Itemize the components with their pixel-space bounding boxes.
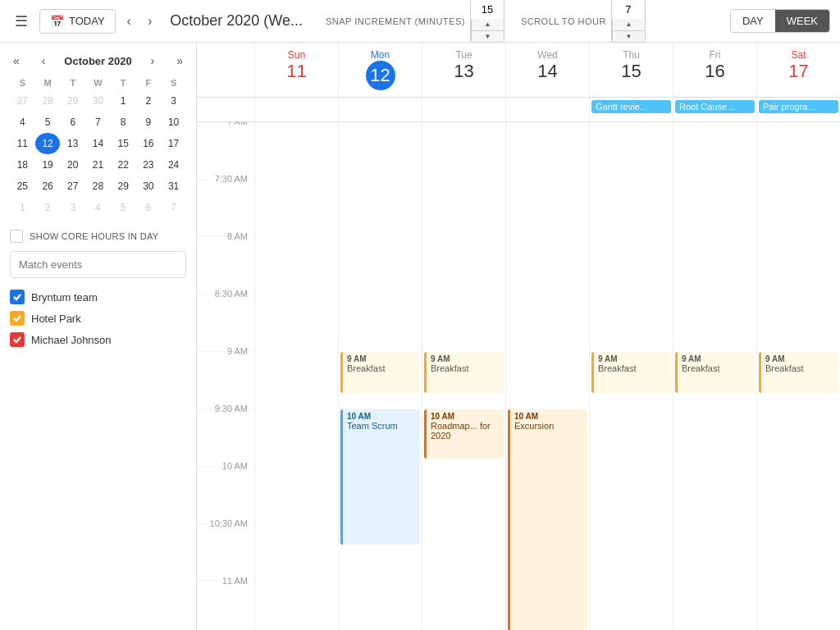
weekday-header-sat: S — [161, 75, 186, 90]
mini-cal-day[interactable]: 13 — [60, 133, 85, 154]
mini-cal-next[interactable]: › — [148, 52, 158, 69]
mini-cal-day[interactable]: 28 — [85, 176, 111, 197]
bryntum-checkbox[interactable] — [10, 290, 25, 304]
mini-cal-day[interactable]: 14 — [85, 133, 111, 154]
mini-cal-day[interactable]: 22 — [111, 154, 136, 176]
mini-cal-day[interactable]: 31 — [161, 176, 186, 197]
prev-button[interactable]: ‹ — [122, 11, 136, 32]
mini-cal-day[interactable]: 30 — [136, 176, 162, 197]
mini-cal-day[interactable]: 1 — [111, 90, 136, 112]
mini-cal-day[interactable]: 27 — [60, 176, 85, 197]
event-sat-breakfast[interactable]: 9 AM Breakfast — [759, 352, 838, 393]
weekday-header-sun: S — [10, 75, 35, 90]
allday-event-pair[interactable]: Pair progra... — [759, 100, 838, 113]
mini-cal-day[interactable]: 4 — [10, 112, 35, 133]
scroll-spinner[interactable]: ▲ ▼ — [611, 0, 646, 43]
day-column-fri: 9 AM Breakfast 2 PM Lunch — [673, 122, 756, 630]
time-label: 9 AM — [227, 346, 248, 356]
snap-value[interactable] — [471, 0, 504, 19]
event-tue-roadmap[interactable]: 10 AM Roadmap... for 2020 — [424, 409, 504, 459]
day-header-thu: Thu 15 — [589, 43, 673, 97]
mini-cal-day[interactable]: 20 — [60, 154, 85, 176]
mini-cal-next-next[interactable]: » — [173, 52, 186, 69]
mini-cal-day[interactable]: 15 — [111, 133, 136, 154]
mini-cal-day[interactable]: 11 — [10, 133, 35, 154]
mini-cal-day[interactable]: 27 — [10, 90, 35, 112]
mini-cal-day[interactable]: 5 — [35, 112, 61, 133]
scroll-value[interactable] — [612, 0, 645, 19]
mini-cal-prev-prev[interactable]: « — [10, 52, 23, 69]
mini-cal-day[interactable]: 29 — [111, 176, 136, 197]
day-column-mon: 9 AM Breakfast 10 AM Team Scrum 12 PM Sc… — [338, 122, 422, 630]
day-view-button[interactable]: DAY — [731, 10, 775, 32]
event-mon-teamscrum[interactable]: 10 AM Team Scrum — [340, 409, 420, 545]
mini-cal-day[interactable]: 7 — [161, 197, 186, 218]
week-view-button[interactable]: WEEK — [775, 10, 829, 32]
mini-cal-day[interactable]: 10 — [161, 112, 186, 133]
allday-event-gantt[interactable]: Gantt revie... — [591, 100, 671, 113]
mini-cal-day[interactable]: 5 — [111, 197, 136, 218]
calendar-area: Sun 11 Mon 12 Tue 13 Wed 14 Thu 15 Fri 1… — [197, 43, 840, 630]
mini-cal-day[interactable]: 3 — [161, 90, 186, 112]
mini-cal-day[interactable]: 26 — [35, 176, 61, 197]
allday-event-rootcause[interactable]: Root Cause... — [675, 100, 755, 113]
mini-cal-day[interactable]: 9 — [136, 112, 162, 133]
event-thu-breakfast[interactable]: 9 AM Breakfast — [591, 352, 671, 393]
event-tue-breakfast[interactable]: 9 AM Breakfast — [424, 352, 504, 393]
mini-cal-day[interactable]: 21 — [85, 154, 111, 176]
day-num-fri: 16 — [677, 61, 753, 82]
event-wed-excursion[interactable]: 10 AM Excursion — [508, 409, 587, 630]
snap-down-button[interactable]: ▼ — [471, 31, 504, 42]
mini-cal-day[interactable]: 28 — [35, 90, 61, 112]
day-headers: Sun 11 Mon 12 Tue 13 Wed 14 Thu 15 Fri 1… — [197, 43, 840, 98]
event-sat-breakfast-title: Breakfast — [765, 363, 834, 373]
mini-cal-day[interactable]: 12 — [35, 133, 61, 154]
menu-button[interactable]: ☰ — [10, 9, 33, 34]
event-sat-breakfast-time: 9 AM — [765, 354, 834, 363]
calendar-item-michael: Michael Johnson — [10, 332, 186, 347]
mini-cal-day[interactable]: 23 — [136, 154, 162, 176]
event-mon-breakfast[interactable]: 9 AM Breakfast — [340, 352, 420, 393]
event-thu-breakfast-time: 9 AM — [598, 354, 667, 363]
main-layout: « ‹ October 2020 › » S M T W T F S — [0, 43, 840, 630]
mini-cal-day[interactable]: 7 — [85, 112, 111, 133]
hotelpark-checkbox[interactable] — [10, 311, 25, 326]
match-events-input[interactable] — [10, 251, 186, 278]
scroll-down-button[interactable]: ▼ — [612, 31, 645, 42]
mini-cal-day[interactable]: 30 — [85, 90, 111, 112]
mini-cal-day[interactable]: 16 — [136, 133, 162, 154]
mini-cal-day[interactable]: 18 — [10, 154, 35, 176]
mini-cal-day[interactable]: 6 — [136, 197, 162, 218]
toolbar-title: October 2020 (We... — [170, 12, 303, 30]
mini-cal-day[interactable]: 8 — [111, 112, 136, 133]
mini-cal-day[interactable]: 2 — [136, 90, 162, 112]
allday-col-fri: Root Cause... — [673, 98, 756, 121]
mini-cal-day[interactable]: 2 — [35, 197, 61, 218]
mini-cal-day[interactable]: 29 — [60, 90, 85, 112]
mini-cal-day[interactable]: 19 — [35, 154, 61, 176]
event-fri-breakfast[interactable]: 9 AM Breakfast — [675, 352, 755, 393]
mini-cal-day[interactable]: 25 — [10, 176, 35, 197]
day-name-tue: Tue — [426, 49, 502, 61]
mini-cal-prev[interactable]: ‹ — [39, 52, 49, 69]
event-tue-roadmap-time: 10 AM — [431, 412, 500, 421]
today-button[interactable]: 📅 TODAY — [39, 9, 116, 34]
snap-up-button[interactable]: ▲ — [471, 19, 504, 30]
calendar-grid-scroll[interactable]: 7 AM7:30 AM8 AM8:30 AM9 AM9:30 AM10 AM10… — [197, 122, 840, 630]
mini-cal-day[interactable]: 17 — [161, 133, 186, 154]
mini-cal-day[interactable]: 6 — [60, 112, 85, 133]
time-slot: 9:30 AM — [197, 409, 254, 438]
scroll-up-button[interactable]: ▲ — [612, 19, 645, 30]
mini-cal-day[interactable]: 24 — [161, 154, 186, 176]
mini-cal-day[interactable]: 4 — [85, 197, 111, 218]
next-button[interactable]: › — [143, 11, 157, 32]
mini-cal-header: « ‹ October 2020 › » — [10, 52, 186, 69]
mini-cal-day[interactable]: 3 — [60, 197, 85, 218]
day-name-fri: Fri — [677, 49, 753, 61]
check-icon — [14, 316, 21, 321]
snap-spinner[interactable]: ▲ ▼ — [470, 0, 504, 43]
core-hours-checkbox[interactable] — [10, 230, 23, 243]
michael-checkbox[interactable] — [10, 332, 25, 347]
time-slot: 10:30 AM — [197, 524, 254, 553]
mini-cal-day[interactable]: 1 — [10, 197, 35, 218]
